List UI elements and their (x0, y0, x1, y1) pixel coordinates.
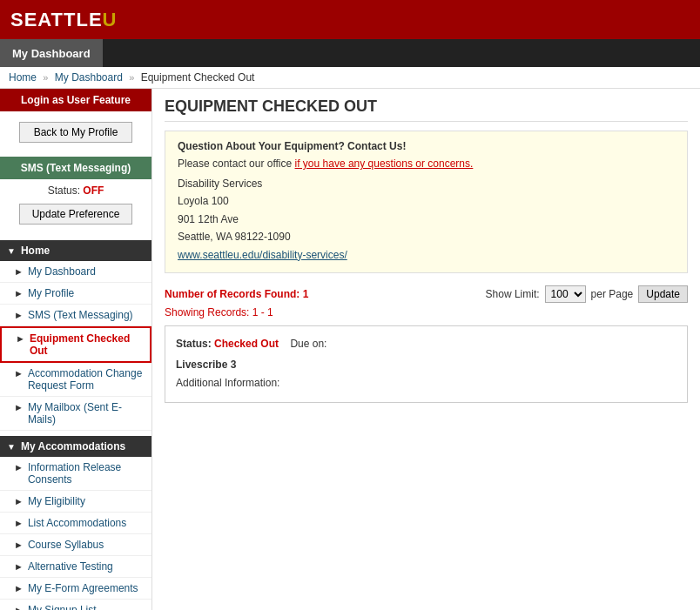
content-area: EQUIPMENT CHECKED OUT Question About You… (152, 89, 700, 610)
show-limit-control: Show Limit: 100 per Page Update (486, 285, 688, 303)
sidebar-item-mailbox[interactable]: ► My Mailbox (Sent E-Mails) (0, 397, 151, 431)
arrow-icon: ► (14, 402, 24, 412)
contact-address2: 901 12th Ave (178, 211, 675, 228)
contact-address1: Loyola 100 (178, 192, 675, 210)
update-preference-button[interactable]: Update Preference (19, 204, 132, 225)
equipment-status-value: Checked Out (214, 338, 279, 350)
due-label: Due on: (290, 338, 326, 350)
sms-status-value: OFF (83, 184, 104, 197)
sidebar-item-signup[interactable]: ► My Signup List (0, 600, 151, 610)
home-section-arrow: ▼ (7, 246, 16, 256)
equipment-name: Livescribe 3 (176, 356, 676, 375)
sidebar-item-sms[interactable]: ► SMS (Text Messaging) (0, 305, 151, 326)
header: SEATTLEU (0, 0, 700, 39)
nav-tab-dashboard[interactable]: My Dashboard (0, 39, 103, 67)
sidebar: Login as User Feature Back to My Profile… (0, 89, 152, 610)
sidebar-item-alternative-testing[interactable]: ► Alternative Testing (0, 556, 151, 578)
arrow-icon: ► (14, 518, 24, 528)
arrow-icon: ► (14, 561, 24, 572)
breadcrumb-current: Equipment Checked Out (141, 71, 255, 84)
info-intro: Please contact our office if you have an… (178, 158, 675, 170)
breadcrumb-home[interactable]: Home (9, 71, 37, 84)
arrow-icon: ► (14, 368, 24, 379)
sidebar-item-eligibility[interactable]: ► My Eligibility (0, 491, 151, 513)
arrow-icon: ► (14, 540, 24, 550)
equipment-record: Status: Checked Out Due on: Livescribe 3… (165, 325, 688, 403)
show-limit-select[interactable]: 100 (545, 285, 586, 303)
status-label: Status: (176, 338, 212, 350)
equipment-additional: Additional Information: (176, 374, 676, 393)
arrow-icon: ► (14, 605, 24, 610)
contact-block: Disability Services Loyola 100 901 12th … (178, 175, 675, 264)
login-feature-label: Login as User Feature (0, 89, 151, 111)
breadcrumb: Home » My Dashboard » Equipment Checked … (0, 67, 700, 89)
nav-bar: My Dashboard (0, 39, 700, 67)
sidebar-item-equipment[interactable]: ► Equipment Checked Out (0, 326, 151, 363)
main-layout: Login as User Feature Back to My Profile… (0, 89, 700, 610)
arrow-icon: ► (14, 583, 24, 593)
contact-address3: Seattle, WA 98122-1090 (178, 228, 675, 245)
info-box: Question About Your Equipment? Contact U… (165, 131, 688, 273)
arrow-icon: ► (14, 288, 24, 298)
info-title: Question About Your Equipment? Contact U… (178, 140, 675, 152)
equipment-status-line: Status: Checked Out Due on: (176, 335, 676, 354)
records-bar: Number of Records Found: 1 Show Limit: 1… (165, 285, 688, 303)
arrow-icon: ► (14, 496, 24, 506)
sidebar-item-list-accommodations[interactable]: ► List Accommodations (0, 513, 151, 534)
arrow-icon: ► (16, 333, 25, 344)
sidebar-section-accommodations: ▼ My Accommodations (0, 436, 151, 457)
contact-url-link[interactable]: www.seattleu.edu/disability-services/ (178, 249, 347, 261)
sidebar-item-course-syllabus[interactable]: ► Course Syllabus (0, 534, 151, 556)
show-limit-update-button[interactable]: Update (638, 285, 688, 303)
sidebar-item-info-release[interactable]: ► Information Release Consents (0, 457, 151, 491)
sidebar-item-my-profile[interactable]: ► My Profile (0, 283, 151, 305)
records-found: Number of Records Found: 1 (165, 288, 308, 300)
sidebar-item-accommodation-change[interactable]: ► Accommodation Change Request Form (0, 363, 151, 397)
show-limit-label: Show Limit: (486, 288, 540, 300)
contact-link[interactable]: if you have any questions or concerns. (295, 158, 474, 170)
arrow-icon: ► (14, 266, 24, 277)
accommodations-section-arrow: ▼ (7, 442, 16, 452)
arrow-icon: ► (14, 310, 24, 320)
sms-status: Status: OFF (0, 179, 151, 202)
records-showing: Showing Records: 1 - 1 (165, 306, 688, 318)
back-to-profile-button[interactable]: Back to My Profile (19, 122, 132, 143)
contact-name: Disability Services (178, 175, 675, 192)
sidebar-section-home: ▼ Home (0, 240, 151, 261)
per-page-label: per Page (591, 288, 634, 300)
page-title: EQUIPMENT CHECKED OUT (165, 97, 688, 122)
sidebar-item-my-dashboard[interactable]: ► My Dashboard (0, 261, 151, 283)
logo: SEATTLEU (10, 9, 117, 31)
breadcrumb-dashboard[interactable]: My Dashboard (55, 71, 123, 84)
arrow-icon: ► (14, 462, 24, 473)
sidebar-item-eform[interactable]: ► My E-Form Agreements (0, 578, 151, 600)
sms-label: SMS (Text Messaging) (0, 157, 151, 179)
